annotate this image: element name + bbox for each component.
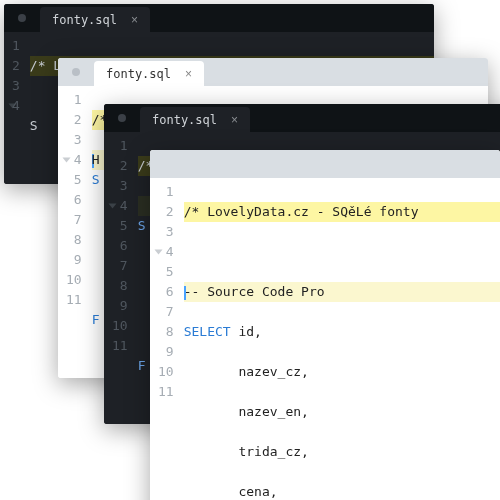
line-number: 6 xyxy=(66,190,82,210)
line-number: 11 xyxy=(66,290,82,310)
line-number: 4 xyxy=(112,196,128,216)
line-number: 3 xyxy=(12,76,20,96)
line-number: 11 xyxy=(112,336,128,356)
column: id, xyxy=(238,324,261,339)
fold-icon[interactable] xyxy=(9,104,17,109)
line-number: 3 xyxy=(158,222,174,242)
fold-icon[interactable] xyxy=(109,204,117,209)
line-number: 8 xyxy=(158,322,174,342)
tab-bar: fonty.sql × xyxy=(104,104,500,132)
line-number: 3 xyxy=(66,130,82,150)
keyword: S xyxy=(138,218,146,233)
line-number: 6 xyxy=(158,282,174,302)
tab-filename: fonty.sql xyxy=(52,13,117,27)
line-number: 5 xyxy=(66,170,82,190)
line-number: 1 xyxy=(66,90,82,110)
line-number: 7 xyxy=(112,256,128,276)
line-number: 10 xyxy=(112,316,128,336)
line-number: 11 xyxy=(158,382,174,402)
line-gutter: 1 2 3 4 xyxy=(4,32,30,184)
keyword-select: SELECT xyxy=(184,324,231,339)
file-tab[interactable]: fonty.sql × xyxy=(140,107,250,132)
tab-filename: fonty.sql xyxy=(152,113,217,127)
line-number: 9 xyxy=(66,250,82,270)
line-number: 2 xyxy=(112,156,128,176)
line-number: 10 xyxy=(66,270,82,290)
line-number: 1 xyxy=(12,36,20,56)
line-number: 7 xyxy=(158,302,174,322)
line-number: 9 xyxy=(112,296,128,316)
code-line: -- Source Code Pro xyxy=(184,282,500,302)
line-number: 5 xyxy=(112,216,128,236)
code-line: /* LovelyData.cz - SQěLé fonty xyxy=(184,202,500,222)
line-number: 3 xyxy=(112,176,128,196)
line-gutter: 1 2 3 4 5 6 7 8 9 10 11 xyxy=(58,86,92,378)
code-line: trida_cz, xyxy=(184,442,500,462)
line-number: 7 xyxy=(66,210,82,230)
window-control-dot[interactable] xyxy=(18,14,26,22)
code-line: cena, xyxy=(184,482,500,500)
column: nazev_cz, xyxy=(238,364,308,379)
file-tab[interactable]: fonty.sql × xyxy=(40,7,150,32)
tab-bar xyxy=(150,150,500,178)
text-fragment: H xyxy=(92,152,100,167)
close-icon[interactable]: × xyxy=(185,67,192,81)
fold-icon[interactable] xyxy=(155,250,163,255)
code-line: nazev_en, xyxy=(184,402,500,422)
code-line xyxy=(184,242,500,262)
line-gutter: 1 2 3 4 5 6 7 8 9 10 11 xyxy=(150,178,184,500)
file-tab[interactable]: fonty.sql × xyxy=(94,61,204,86)
window-control-dot[interactable] xyxy=(72,68,80,76)
editor-window-light-2: 1 2 3 4 5 6 7 8 9 10 11 /* LovelyData.cz… xyxy=(150,150,500,500)
column: nazev_en, xyxy=(238,404,308,419)
tab-bar: fonty.sql × xyxy=(4,4,434,32)
line-number: 4 xyxy=(12,96,20,116)
line-number: 6 xyxy=(112,236,128,256)
column: trida_cz, xyxy=(238,444,308,459)
line-gutter: 1 2 3 4 5 6 7 8 9 10 11 xyxy=(104,132,138,424)
line-number: 9 xyxy=(158,342,174,362)
code-area[interactable]: 1 2 3 4 5 6 7 8 9 10 11 /* LovelyData.cz… xyxy=(150,178,500,500)
window-control-dot[interactable] xyxy=(118,114,126,122)
code-text[interactable]: /* LovelyData.cz - SQěLé fonty -- Source… xyxy=(184,178,500,500)
keyword: S xyxy=(92,172,100,187)
line-number: 8 xyxy=(66,230,82,250)
close-icon[interactable]: × xyxy=(131,13,138,27)
line-number: 10 xyxy=(158,362,174,382)
code-line: nazev_cz, xyxy=(184,362,500,382)
keyword: F xyxy=(92,312,100,327)
line-number: 2 xyxy=(158,202,174,222)
line-number: 1 xyxy=(112,136,128,156)
line-number: 8 xyxy=(112,276,128,296)
line-number: 1 xyxy=(158,182,174,202)
comment-line: -- Source Code Pro xyxy=(184,284,325,299)
line-number: 4 xyxy=(158,242,174,262)
line-number: 2 xyxy=(12,56,20,76)
close-icon[interactable]: × xyxy=(231,113,238,127)
line-number: 5 xyxy=(158,262,174,282)
code-line: SELECT id, xyxy=(184,322,500,342)
tab-bar: fonty.sql × xyxy=(58,58,488,86)
fold-icon[interactable] xyxy=(63,158,71,163)
text-fragment: S xyxy=(30,118,38,133)
line-number: 4 xyxy=(66,150,82,170)
line-number: 2 xyxy=(66,110,82,130)
column: cena, xyxy=(238,484,277,499)
keyword: F xyxy=(138,358,146,373)
tab-filename: fonty.sql xyxy=(106,67,171,81)
